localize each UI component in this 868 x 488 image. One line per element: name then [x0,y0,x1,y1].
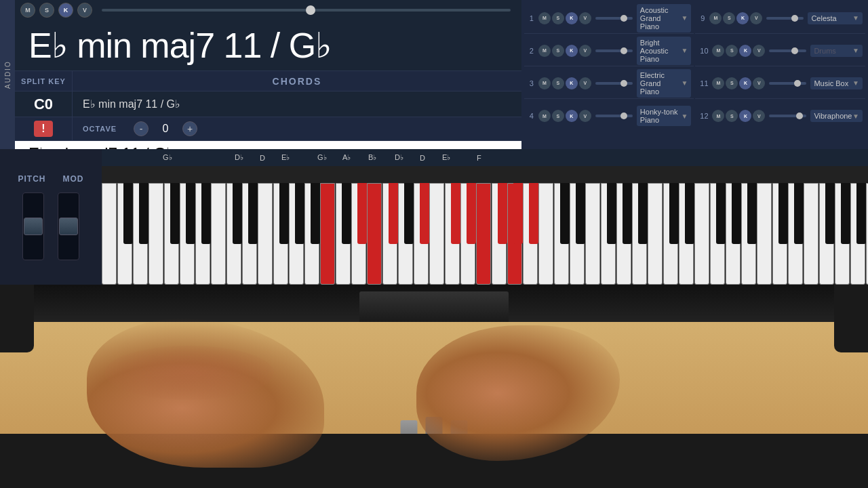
black-key-26[interactable] [685,183,694,244]
inst-10-m-btn[interactable]: M [712,45,724,57]
octave-minus-btn[interactable]: - [134,121,149,136]
inst-1-m-btn[interactable]: M [538,12,551,24]
black-key-1[interactable] [139,183,149,244]
black-key-17[interactable] [498,183,507,244]
black-key-27[interactable] [716,183,726,244]
inst-4-select[interactable]: Honky-tonk Piano ▼ [637,106,692,126]
white-key-31[interactable] [585,183,600,285]
inst-3-v-btn[interactable]: V [579,77,591,89]
inst-10-slider[interactable] [769,49,806,52]
inst-11-v-btn[interactable]: V [753,77,765,89]
inst-11-k-btn[interactable]: K [739,77,751,89]
transport-m-btn[interactable]: M [20,3,35,18]
black-key-3[interactable] [186,183,195,244]
black-key-2[interactable] [170,183,180,244]
black-key-6[interactable] [248,183,258,244]
black-key-0[interactable] [123,183,133,244]
black-key-19[interactable] [529,183,538,244]
black-key-28[interactable] [732,183,741,244]
white-key-17[interactable] [367,183,382,285]
inst-2-slider[interactable] [595,49,633,52]
black-key-22[interactable] [607,183,616,244]
inst-11-m-btn[interactable]: M [712,77,724,89]
inst-12-m-btn[interactable]: M [712,110,724,122]
inst-2-m-btn[interactable]: M [538,45,551,57]
black-key-11[interactable] [357,183,367,244]
white-key-14[interactable] [320,183,335,285]
black-key-15[interactable] [451,183,460,244]
inst-2-k-btn[interactable]: K [566,45,578,57]
black-key-10[interactable] [342,183,351,244]
black-key-25[interactable] [669,183,679,244]
mod-slider[interactable] [58,192,79,260]
inst-1-slider[interactable] [595,17,633,20]
warning-button[interactable]: ! [34,121,53,137]
inst-4-slider[interactable] [595,115,633,117]
white-key-45[interactable] [804,183,818,285]
inst-12-v-btn[interactable]: V [753,110,765,122]
inst-12-k-btn[interactable]: K [739,110,751,122]
black-key-20[interactable] [560,183,570,244]
inst-10-k-btn[interactable]: K [739,45,751,57]
black-key-12[interactable] [389,183,398,244]
inst-9-k-btn[interactable]: K [736,12,749,24]
white-key-24[interactable] [476,183,491,285]
white-key-3[interactable] [149,183,163,285]
black-key-21[interactable] [576,183,585,244]
white-key-38[interactable] [694,183,709,285]
inst-12-slider[interactable] [769,115,806,117]
black-key-34[interactable] [856,183,866,244]
inst-10-s-btn[interactable]: S [726,45,738,57]
inst-4-v-btn[interactable]: V [579,110,591,122]
inst-9-slider[interactable] [766,17,804,20]
white-key-42[interactable] [757,183,772,285]
inst-4-k-btn[interactable]: K [566,110,578,122]
black-key-18[interactable] [513,183,523,244]
inst-1-k-btn[interactable]: K [566,12,578,24]
pitch-slider[interactable] [22,192,44,260]
transport-slider[interactable] [102,9,511,12]
inst-1-s-btn[interactable]: S [552,12,564,24]
inst-12-s-btn[interactable]: S [726,110,738,122]
black-key-13[interactable] [404,183,414,244]
inst-2-select[interactable]: Bright Acoustic Piano ▼ [637,37,692,65]
transport-s-btn[interactable]: S [39,3,54,18]
black-key-9[interactable] [311,183,320,244]
black-key-29[interactable] [747,183,757,244]
white-key-7[interactable] [211,183,226,285]
inst-9-select[interactable]: Celesta ▼ [808,12,863,24]
inst-11-s-btn[interactable]: S [726,77,738,89]
white-key-0[interactable] [102,183,117,285]
inst-3-k-btn[interactable]: K [566,77,578,89]
inst-3-s-btn[interactable]: S [552,77,564,89]
inst-9-v-btn[interactable]: V [750,12,762,24]
black-key-7[interactable] [279,183,289,244]
black-key-8[interactable] [295,183,304,244]
inst-4-m-btn[interactable]: M [538,110,551,122]
inst-4-s-btn[interactable]: S [552,110,564,122]
inst-11-slider[interactable] [769,82,806,85]
white-key-28[interactable] [538,183,553,285]
inst-2-s-btn[interactable]: S [552,45,564,57]
inst-3-select[interactable]: Electric Grand Piano ▼ [637,69,692,98]
black-key-33[interactable] [841,183,850,244]
white-key-10[interactable] [258,183,273,285]
inst-2-v-btn[interactable]: V [579,45,591,57]
octave-plus-btn[interactable]: + [182,121,197,136]
transport-k-btn[interactable]: K [58,3,73,18]
white-key-35[interactable] [648,183,663,285]
black-key-30[interactable] [778,183,788,244]
black-key-31[interactable] [794,183,804,244]
inst-3-m-btn[interactable]: M [538,77,551,89]
inst-1-v-btn[interactable]: V [579,12,591,24]
inst-11-select[interactable]: Music Box ▼ [810,77,863,89]
black-key-24[interactable] [638,183,648,244]
black-key-32[interactable] [825,183,835,244]
piano-keyboard[interactable]: G♭ D♭ D E♭ G♭ A♭ B♭ D♭ D E♭ F [102,149,868,285]
inst-9-m-btn[interactable]: M [709,12,722,24]
white-key-21[interactable] [429,183,444,285]
inst-3-slider[interactable] [595,82,633,85]
inst-9-s-btn[interactable]: S [723,12,735,24]
black-key-5[interactable] [233,183,242,244]
black-key-14[interactable] [420,183,429,244]
